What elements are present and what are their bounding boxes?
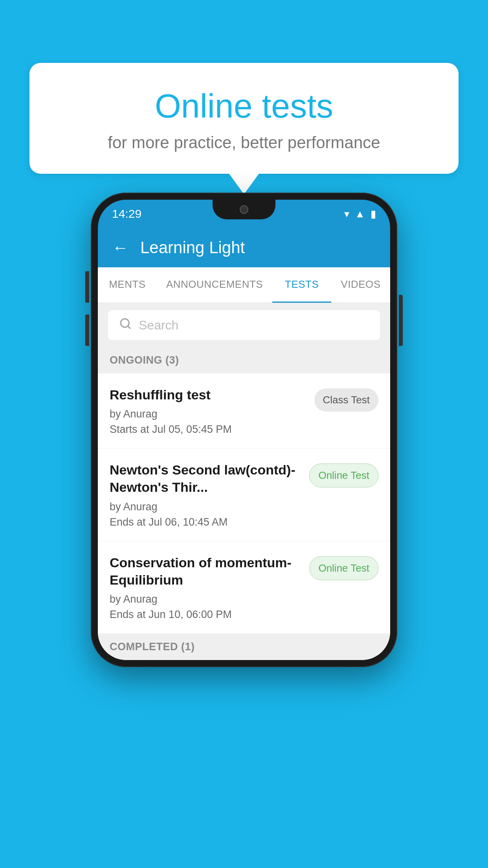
volume-up-button [85,271,89,303]
status-icons: ▾ ▲ ▮ [344,208,376,220]
back-button[interactable]: ← [112,239,128,256]
test-badge-online: Online Test [309,556,378,580]
tab-tests[interactable]: TESTS [272,267,331,303]
test-name: Newton's Second law(contd)-Newton's Thir… [110,461,301,496]
test-badge-online: Online Test [309,463,378,487]
search-placeholder: Search [139,318,178,333]
test-time: Ends at Jul 06, 10:45 AM [110,516,301,528]
battery-icon: ▮ [371,208,376,220]
volume-down-button [85,314,89,346]
test-info: Newton's Second law(contd)-Newton's Thir… [110,461,301,528]
test-info: Conservation of momentum-Equilibrium by … [110,554,301,621]
search-icon [119,317,132,333]
power-button [399,295,403,346]
tab-announcements[interactable]: ANNOUNCEMENTS [157,267,272,303]
app-header: ← Learning Light [98,228,390,267]
test-author: by Anurag [110,593,301,605]
test-item[interactable]: Reshuffling test by Anurag Starts at Jul… [98,373,390,449]
search-bar[interactable]: Search [108,310,380,340]
test-time: Starts at Jul 05, 05:45 PM [110,423,306,436]
notch [213,200,275,219]
front-camera [240,205,248,214]
svg-line-1 [128,326,130,328]
phone-screen: 14:29 ▾ ▲ ▮ ← Learning Light MENTS [98,200,390,660]
ongoing-section-header: ONGOING (3) [98,347,390,373]
tabs-bar: MENTS ANNOUNCEMENTS TESTS VIDEOS [98,267,390,303]
test-author: by Anurag [110,408,306,420]
phone-mockup: 14:29 ▾ ▲ ▮ ← Learning Light MENTS [91,193,397,667]
app-title: Learning Light [140,238,245,257]
tab-videos[interactable]: VIDEOS [331,267,390,303]
test-item[interactable]: Newton's Second law(contd)-Newton's Thir… [98,449,390,541]
speech-bubble: Online tests for more practice, better p… [29,63,459,174]
test-name: Reshuffling test [110,386,306,403]
test-name: Conservation of momentum-Equilibrium [110,554,301,588]
tab-ments[interactable]: MENTS [98,267,157,303]
status-bar: 14:29 ▾ ▲ ▮ [98,200,390,228]
app-screen: ← Learning Light MENTS ANNOUNCEMENTS TES… [98,228,390,660]
completed-section-header: COMPLETED (1) [98,634,390,660]
bubble-title: Online tests [49,86,439,125]
status-time: 14:29 [112,207,141,221]
test-time: Ends at Jun 10, 06:00 PM [110,609,301,621]
signal-icon: ▲ [355,208,365,220]
test-badge-class: Class Test [314,388,378,412]
test-item[interactable]: Conservation of momentum-Equilibrium by … [98,541,390,634]
test-author: by Anurag [110,501,301,513]
phone-frame: 14:29 ▾ ▲ ▮ ← Learning Light MENTS [91,193,397,667]
bubble-subtitle: for more practice, better performance [49,133,439,152]
wifi-icon: ▾ [344,208,349,220]
search-container: Search [98,303,390,347]
test-info: Reshuffling test by Anurag Starts at Jul… [110,386,306,436]
